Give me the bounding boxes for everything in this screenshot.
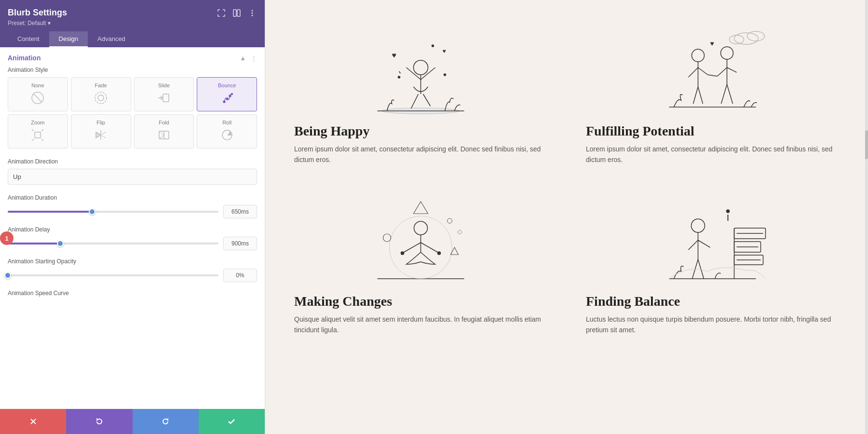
tab-design[interactable]: Design	[49, 31, 88, 47]
main-content: ♥ ♥ Being Happy Lorem ipsum dolor sit am…	[265, 0, 868, 434]
delay-value[interactable]: 900ms	[223, 237, 257, 250]
svg-point-53	[734, 33, 759, 44]
delay-track[interactable]	[8, 243, 218, 244]
svg-point-64	[438, 252, 441, 255]
scrollbar[interactable]	[865, 0, 868, 434]
svg-point-35	[398, 76, 400, 78]
title-fulfilling-potential: Fulfilling Potential	[586, 123, 839, 139]
blurb-making-changes: ◇ Making Changes Quisque aliquet velit s…	[294, 180, 547, 336]
svg-text:♥: ♥	[443, 48, 446, 54]
opacity-value[interactable]: 0%	[223, 269, 257, 282]
text-fulfilling-potential: Lorem ipsum dolor sit amet, consectetur …	[586, 144, 839, 165]
svg-point-63	[401, 252, 404, 255]
style-slide-label: Slide	[158, 82, 170, 88]
opacity-slider-row: 0%	[8, 269, 257, 282]
svg-line-47	[718, 68, 727, 76]
header-actions	[217, 8, 257, 18]
svg-point-84	[727, 210, 730, 213]
collapse-icon[interactable]: ▲	[240, 54, 246, 62]
style-roll-label: Roll	[222, 120, 231, 125]
style-roll-icon	[220, 128, 234, 143]
columns-icon[interactable]	[232, 8, 242, 18]
svg-line-50	[727, 84, 733, 104]
illustration-being-happy: ♥ ♥	[294, 10, 547, 116]
svg-line-73	[689, 240, 698, 250]
style-roll[interactable]: Roll	[197, 114, 257, 149]
duration-label: Animation Duration	[8, 194, 257, 201]
svg-line-27	[411, 94, 419, 108]
style-fold[interactable]: Fold	[134, 114, 194, 149]
svg-point-39	[692, 49, 705, 62]
delay-thumb[interactable]	[57, 240, 64, 247]
svg-line-42	[698, 68, 708, 75]
delay-slider-row: 900ms	[8, 237, 257, 250]
style-fold-label: Fold	[159, 120, 169, 125]
panel-footer	[0, 409, 265, 434]
more-icon[interactable]	[247, 8, 257, 18]
text-finding-balance: Luctus lectus non quisque turpis bibendu…	[586, 314, 839, 336]
duration-value[interactable]: 650ms	[223, 205, 257, 218]
title-making-changes: Making Changes	[294, 294, 547, 309]
svg-point-36	[444, 74, 446, 76]
svg-point-32	[414, 60, 428, 75]
svg-line-61	[404, 243, 421, 252]
illustration-fulfilling-potential: ♥	[586, 10, 839, 116]
preset-label[interactable]: Preset: Default ▾	[8, 20, 257, 27]
style-flip-label: Flip	[96, 120, 105, 125]
panel-body: Animation ▲ ⋮ Animation Style None	[0, 47, 265, 409]
direction-select[interactable]: Up Down Left Right Center	[8, 169, 257, 185]
opacity-track[interactable]	[8, 274, 218, 276]
duration-track[interactable]	[8, 211, 218, 213]
svg-line-51	[708, 75, 718, 76]
svg-point-59	[414, 221, 428, 235]
fullscreen-icon[interactable]	[217, 8, 226, 18]
animation-section-title: Animation	[8, 54, 41, 62]
svg-point-45	[721, 47, 733, 59]
text-being-happy: Lorem ipsum dolor sit amet, consectetur …	[294, 144, 547, 165]
svg-point-55	[730, 35, 744, 44]
redo-button[interactable]	[133, 409, 199, 434]
tab-content[interactable]: Content	[8, 31, 49, 47]
svg-line-48	[727, 68, 737, 72]
style-zoom[interactable]: Zoom	[8, 114, 68, 149]
cancel-button[interactable]	[0, 409, 66, 434]
opacity-thumb[interactable]	[4, 272, 11, 279]
style-slide[interactable]: Slide	[134, 77, 194, 111]
menu-icon[interactable]: ⋮	[251, 54, 257, 62]
scrollbar-thumb[interactable]	[865, 130, 868, 159]
illustration-making-changes: ◇	[294, 180, 547, 286]
blurb-grid: ♥ ♥ Being Happy Lorem ipsum dolor sit am…	[294, 10, 839, 336]
svg-line-28	[423, 94, 431, 106]
style-zoom-icon	[31, 128, 44, 143]
style-bounce[interactable]: Bounce	[197, 77, 257, 111]
style-none[interactable]: None	[8, 77, 68, 111]
direction-section: Animation Direction Up Down Left Right C…	[8, 158, 257, 185]
svg-marker-65	[414, 202, 428, 214]
tab-advanced[interactable]: Advanced	[88, 31, 135, 47]
style-label: Animation Style	[8, 67, 257, 73]
svg-line-18	[32, 139, 34, 141]
svg-line-74	[698, 240, 710, 247]
animation-settings: Animation Style None Fade	[0, 67, 265, 308]
delay-label: Animation Delay	[8, 226, 257, 233]
svg-rect-9	[163, 94, 169, 102]
speed-curve-section: Animation Speed Curve	[8, 290, 257, 297]
style-fade-label: Fade	[95, 82, 107, 88]
svg-line-16	[32, 129, 34, 131]
style-flip[interactable]: Flip	[71, 114, 131, 149]
svg-text:◇: ◇	[457, 228, 462, 235]
svg-line-6	[33, 94, 42, 102]
reset-button[interactable]	[66, 409, 132, 434]
svg-line-17	[41, 129, 43, 131]
style-grid: None Fade	[8, 77, 257, 149]
svg-line-19	[41, 139, 43, 141]
duration-thumb[interactable]	[89, 208, 95, 215]
style-fade[interactable]: Fade	[71, 77, 131, 111]
blurb-fulfilling-potential: ♥ Fulfilling Potential Lorem ipsum dolor…	[586, 10, 839, 165]
svg-point-68	[448, 218, 452, 223]
svg-line-49	[721, 84, 727, 104]
save-button[interactable]	[199, 409, 265, 434]
svg-text:♥: ♥	[392, 51, 397, 59]
duration-section: Animation Duration 650ms	[8, 194, 257, 218]
duration-slider-row: 650ms	[8, 205, 257, 218]
